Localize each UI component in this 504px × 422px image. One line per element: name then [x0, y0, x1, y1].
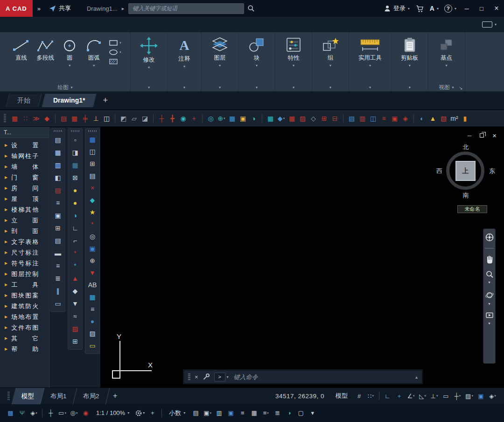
- status-icon[interactable]: ∟: [382, 390, 393, 402]
- toolbar-icon[interactable]: ▤: [347, 112, 357, 125]
- new-layout-button[interactable]: +: [107, 392, 123, 400]
- units-dropdown[interactable]: 小数 ▾: [165, 409, 189, 417]
- toolbar-grip[interactable]: [54, 130, 62, 132]
- toolbar-icon[interactable]: ●: [87, 315, 98, 327]
- toolbar-icon[interactable]: *: [70, 247, 81, 259]
- toolbar-icon[interactable]: ▦: [287, 112, 297, 125]
- status-icon[interactable]: #: [353, 390, 365, 402]
- modify-button[interactable]: 修改 ▾: [134, 37, 163, 69]
- toolbar-icon[interactable]: ▥: [357, 112, 367, 125]
- share-button[interactable]: 共享: [45, 4, 75, 13]
- palette-menu-item[interactable]: ▶ 帮助: [0, 344, 49, 354]
- close-button[interactable]: ×: [489, 0, 504, 17]
- drawing-restore-button[interactable]: [480, 133, 484, 138]
- toolbar-icon[interactable]: ≫: [31, 112, 41, 125]
- status-icon[interactable]: ≡ ▾: [260, 407, 272, 419]
- status-icon[interactable]: Ψ: [16, 407, 28, 419]
- toolbar-icon[interactable]: ◪: [140, 112, 150, 125]
- palette-menu-item[interactable]: ▶ 工具: [0, 279, 49, 290]
- toolbar-icon[interactable]: ▦: [52, 146, 63, 159]
- toolbar-icon[interactable]: ≣: [52, 272, 63, 284]
- toolbar-icon[interactable]: ▣: [87, 242, 98, 255]
- tool-arc[interactable]: 圆弧 ▾: [82, 37, 106, 68]
- orbit-icon[interactable]: [485, 291, 494, 300]
- status-icon[interactable]: ◉: [80, 407, 91, 419]
- palette-menu-item[interactable]: ▶ 尺寸标注: [0, 247, 49, 258]
- toolbar-icon[interactable]: ▣: [52, 209, 63, 221]
- toolbar-icon[interactable]: ◎: [87, 230, 98, 242]
- toolbar-icon[interactable]: ▦: [70, 159, 81, 171]
- toolbar-icon[interactable]: ◑: [249, 112, 259, 125]
- status-icon[interactable]: ▭ ▾: [56, 407, 68, 419]
- toolbar-icon[interactable]: ▼: [87, 267, 98, 279]
- block-button[interactable]: 块 ▾: [242, 37, 271, 68]
- toolbar-icon[interactable]: *: [87, 218, 98, 230]
- status-icon[interactable]: ▨ ▾: [463, 390, 475, 402]
- help-button[interactable]: ? ▾: [441, 5, 459, 13]
- toolbar-icon[interactable]: ▤: [59, 112, 69, 125]
- pan-hand-icon[interactable]: [485, 255, 494, 264]
- palette-menu-item[interactable]: ▶ 设置: [0, 140, 49, 151]
- palette-menu-item[interactable]: ▶ 轴网柱子: [0, 151, 49, 161]
- annotation-settings-button[interactable]: ▾: [134, 407, 146, 419]
- status-icon[interactable]: ◑: [283, 407, 295, 419]
- file-tab[interactable]: 开始: [6, 94, 42, 107]
- view-name-dropdown[interactable]: 未命名: [457, 205, 487, 213]
- toolbar-icon[interactable]: ≡: [87, 303, 98, 315]
- status-icon[interactable]: ▣: [475, 390, 487, 402]
- toolbar-icon[interactable]: AB: [87, 279, 98, 291]
- status-icon[interactable]: ┼ ▾: [452, 390, 463, 402]
- viewcube-south[interactable]: 南: [438, 191, 494, 200]
- toolbar-icon[interactable]: ⊥: [91, 112, 101, 125]
- toolbar-icon[interactable]: ∷: [21, 112, 30, 125]
- viewcube-west[interactable]: 西: [436, 167, 442, 175]
- toolbar-icon[interactable]: ≡: [379, 112, 389, 125]
- status-icon[interactable]: ┼: [45, 407, 56, 419]
- tool-circle[interactable]: 圆 ▾: [57, 37, 82, 68]
- command-history-icon[interactable]: ▴: [415, 374, 418, 380]
- status-icon[interactable]: ▩: [5, 407, 16, 419]
- status-icon[interactable]: ▥: [213, 407, 225, 419]
- toolbar-icon[interactable]: ⊞: [87, 158, 98, 170]
- app-logo[interactable]: A CAD: [0, 0, 33, 17]
- new-drawing-button[interactable]: +: [98, 96, 112, 105]
- toolbar-grip[interactable]: [4, 114, 6, 123]
- toolbar-icon[interactable]: ⊕: [87, 255, 98, 267]
- navbar-more-caret-icon[interactable]: ▾: [488, 321, 490, 325]
- toolbar-icon[interactable]: ∟: [70, 221, 81, 234]
- toolbar-icon[interactable]: ★: [87, 206, 98, 218]
- toolbar-icon[interactable]: ≈: [70, 310, 81, 322]
- toolbar-icon[interactable]: ▤: [87, 170, 98, 182]
- ucs-icon[interactable]: Y X: [104, 333, 156, 380]
- layout-grip[interactable]: [7, 392, 10, 400]
- status-icon[interactable]: ▣: [225, 407, 237, 419]
- toolbar-icon[interactable]: +: [189, 112, 199, 125]
- toolbar-icon[interactable]: ⊕ ▾: [217, 112, 226, 125]
- command-close-icon[interactable]: ×: [195, 374, 198, 380]
- status-icon[interactable]: ▣ ▾: [202, 407, 213, 419]
- customize-wrench-icon[interactable]: [203, 373, 210, 380]
- toolbar-icon[interactable]: ▣: [238, 112, 248, 125]
- annotate-button[interactable]: A 注释 ▾: [171, 37, 197, 69]
- palette-menu-item[interactable]: ▶ 文字表格: [0, 236, 49, 247]
- toolbar-grip[interactable]: [71, 130, 79, 132]
- layers-button[interactable]: 图层 ▾: [205, 37, 234, 68]
- toolbar-grip[interactable]: [88, 130, 97, 132]
- toolbar-icon[interactable]: ▨: [298, 112, 308, 125]
- login-button[interactable]: 登录 ▾: [381, 4, 413, 13]
- minimize-button[interactable]: ─: [459, 0, 474, 17]
- palette-menu-item[interactable]: ▶ 房间: [0, 183, 49, 194]
- viewcube-top-face[interactable]: 上: [455, 161, 476, 181]
- toolbar-icon[interactable]: ≡: [52, 196, 63, 209]
- toolbar-icon[interactable]: ▨: [70, 322, 81, 335]
- panel-launcher-icon[interactable]: ↘: [459, 85, 462, 90]
- basepoint-button[interactable]: 基点 ▾: [432, 37, 461, 68]
- toolbar-icon[interactable]: ▧: [439, 112, 448, 125]
- toolbar-icon[interactable]: ▦: [266, 112, 275, 125]
- ribbon-display-toggle[interactable]: ▾: [482, 17, 497, 32]
- status-icon[interactable]: ◺ ▾: [417, 390, 428, 402]
- status-icon[interactable]: ≣: [272, 407, 283, 419]
- toolbar-icon[interactable]: *: [70, 259, 81, 272]
- file-tab[interactable]: Drawing1*: [42, 94, 97, 107]
- toolbar-icon[interactable]: ◉: [178, 112, 188, 125]
